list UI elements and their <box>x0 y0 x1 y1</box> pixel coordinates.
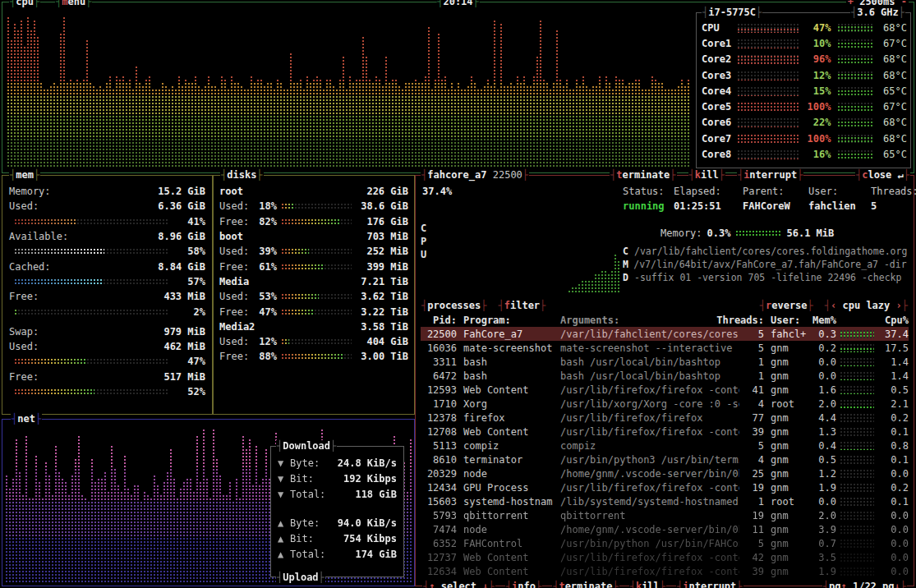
core-temp-minigraph <box>837 134 872 144</box>
upload-byte-value: 94.0 KiB/s <box>338 517 397 529</box>
cell-program: bash <box>463 356 555 368</box>
page-up-button[interactable]: pg↑ <box>829 581 847 588</box>
core-usage-minigraph <box>737 149 799 159</box>
cell-cpu-minigraph <box>840 343 874 352</box>
filter-button[interactable]: filter <box>498 300 547 311</box>
cell-cpu: 0.8 <box>877 440 909 452</box>
select-control[interactable]: ↑ select ↓ <box>422 581 495 588</box>
header-cpu: Cpu% <box>877 315 909 326</box>
download-arrow-icon: ▼ <box>278 473 290 485</box>
process-tabs-row: processes filter reverse ‹ cpu lazy › <box>421 299 909 312</box>
command-line: M/v7/lin/64bit/avx/FahCore_a7.fah/FahCor… <box>623 258 909 271</box>
core-row: Core8 16% 65°C <box>702 146 907 162</box>
cell-arguments: /usr/lib/firefox/firefox -contentpr <box>560 552 739 563</box>
table-row[interactable]: 22500 FahCore_a7 /var/lib/fahclient/core… <box>421 327 909 341</box>
disk-free-percent: 61% <box>252 261 277 273</box>
disk-used-percent: 12% <box>252 336 277 347</box>
header-pid: Pid: <box>421 315 457 326</box>
table-row[interactable]: 16036 mate-screenshot mate-screenshot --… <box>421 341 909 355</box>
net-io-panel: Download Upload ▼Byte:24.8 KiB/s ▼Bit:19… <box>270 446 404 577</box>
table-row[interactable]: 1710 Xorg /usr/lib/xorg/Xorg -core :0 -s… <box>421 397 909 411</box>
core-temp-minigraph <box>837 86 872 96</box>
table-row[interactable]: 12737 Web Content /usr/lib/firefox/firef… <box>421 550 909 564</box>
interrupt-button[interactable]: interrupt <box>737 169 804 181</box>
page-indicator: 1/22 <box>853 581 877 588</box>
cell-mem: 0.7 <box>810 538 836 549</box>
kill-button[interactable]: kill <box>688 169 725 181</box>
swap-used-percent: 47% <box>174 356 205 367</box>
cpu-core-panel: i7-5775C 3.6 GHz CPU 47% 68°C Core1 10% … <box>696 12 911 168</box>
cell-arguments: /usr/lib/firefox/firefox -contentpr <box>560 426 739 438</box>
table-row[interactable]: 12634 Web Content /usr/lib/firefox/firef… <box>421 564 909 578</box>
table-row[interactable]: 5113 compiz compiz 5 gnm 0.4 0.8 <box>421 439 909 452</box>
process-detail-headers: Status:Elapsed:Parent:User:Threads: <box>623 184 909 199</box>
process-memory-value: 56.1 MiB <box>786 227 834 239</box>
download-bit-label: Bit: <box>290 473 314 485</box>
cell-program: compiz <box>463 440 555 452</box>
table-row[interactable]: 6352 FAHControl /usr/bin/python /usr/bin… <box>421 536 909 550</box>
cell-program: node <box>463 468 555 480</box>
process-detail-values: running01:25:51FAHCoreWfahclien5 <box>623 199 909 214</box>
cell-arguments: /usr/lib/xorg/Xorg -core :0 -seat s <box>560 398 739 410</box>
core-row: Core2 96% 68°C <box>702 52 907 67</box>
menu-button[interactable]: menu <box>55 0 92 7</box>
disk-free-value: 3.00 TiB <box>356 351 408 362</box>
table-row[interactable]: 15603 systemd-hostnam /lib/systemd/syste… <box>421 494 909 508</box>
memory-available-label: Available: <box>9 231 68 242</box>
disk-free-value: 176 GiB <box>356 216 408 227</box>
info-button[interactable]: info <box>505 581 542 588</box>
disk-free-meter <box>281 264 352 270</box>
cell-program: FAHControl <box>463 538 555 549</box>
swap-free-percent: 52% <box>174 386 205 397</box>
reverse-sort-button[interactable]: reverse <box>759 300 814 311</box>
cell-user: root <box>771 398 810 410</box>
core-temp-minigraph <box>837 39 872 48</box>
table-row[interactable]: 12593 Web Content /usr/lib/firefox/firef… <box>421 383 909 397</box>
cell-cpu-minigraph <box>840 525 874 534</box>
table-row[interactable]: 5793 qbittorrent qbittorrent 19 gnm 2.0 … <box>421 508 909 522</box>
table-row[interactable]: 12378 firefox /usr/lib/firefox/firefox 7… <box>421 411 909 425</box>
cell-program: terminator <box>463 454 555 466</box>
table-row[interactable]: 20329 node /home/gnm/.vscode-server/bin/… <box>421 466 909 480</box>
menu-label: enu <box>67 0 85 7</box>
cell-arguments: mate-screenshot --interactive <box>560 342 739 354</box>
footer-kill-button[interactable]: kill <box>629 581 666 588</box>
page-down-button[interactable]: pg↓ <box>882 581 900 588</box>
core-usage-minigraph <box>737 134 799 144</box>
cell-pid: 22500 <box>421 328 457 340</box>
upload-bit-label: Bit: <box>290 533 314 544</box>
terminate-button[interactable]: terminate <box>610 169 677 181</box>
close-detail-button[interactable]: close ↵ <box>855 169 910 181</box>
core-usage-minigraph <box>737 39 799 48</box>
selected-process-pid: 22500 <box>493 169 522 181</box>
core-label: Core6 <box>702 117 737 128</box>
cell-program: GPU Process <box>463 482 555 494</box>
cell-mem: 1.9 <box>810 566 836 577</box>
table-row[interactable]: 12708 Web Content /usr/lib/firefox/firef… <box>421 425 909 439</box>
process-memory-label: Memory: <box>661 227 702 239</box>
cell-cpu-minigraph <box>840 357 874 366</box>
cell-user: gnm <box>771 454 810 466</box>
cell-program: bash <box>463 370 555 382</box>
download-total-value: 118 GiB <box>355 489 397 500</box>
sort-selector[interactable]: ‹ cpu lazy › <box>824 300 909 311</box>
table-row[interactable]: 8610 terminator /usr/bin/python3 /usr/bi… <box>421 452 909 466</box>
cell-mem: 3.5 <box>810 552 836 563</box>
footer-interrupt-button[interactable]: interrupt <box>676 581 743 588</box>
download-total-label: Total: <box>290 489 325 500</box>
memory-available-percent: 58% <box>174 246 205 257</box>
cell-cpu: 0.0 <box>877 510 909 521</box>
cell-threads: 5 <box>739 342 764 354</box>
table-row[interactable]: 3311 bash bash /usr/local/bin/bashtop 1 … <box>421 355 909 369</box>
cell-pid: 12593 <box>421 384 457 396</box>
memory-available-value: 8.96 GiB <box>158 231 205 242</box>
table-row[interactable]: 12434 GPU Process /usr/lib/firefox/firef… <box>421 480 909 494</box>
cell-program: firefox <box>463 412 555 424</box>
table-row[interactable]: 7474 node /home/gnm/.vscode-server/bin/0… <box>421 522 909 536</box>
cell-mem: 0.4 <box>810 440 836 452</box>
disks-box-title: disks <box>220 169 264 181</box>
cell-mem: 0.2 <box>810 342 836 354</box>
table-row[interactable]: 6472 bash bash /usr/local/bin/bashtop 1 … <box>421 369 909 383</box>
disk-group: root226 GiB Used:18%38.6 GiB Free:82%176… <box>219 184 408 229</box>
footer-terminate-button[interactable]: terminate <box>552 581 619 588</box>
